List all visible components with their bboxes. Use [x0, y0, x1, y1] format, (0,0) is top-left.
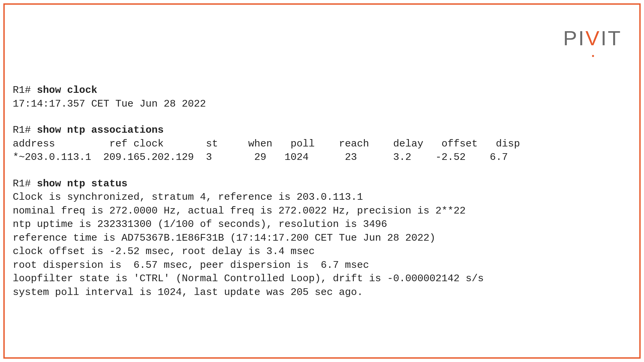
- status-line-3: ntp uptime is 232331300 (1/100 of second…: [13, 218, 631, 231]
- prompt-prefix: R1#: [13, 178, 37, 189]
- terminal-frame: PIVIT R1# show clock 17:14:17.357 CET Tu…: [3, 3, 641, 359]
- status-line-7: loopfilter state is 'CTRL' (Normal Contr…: [13, 272, 631, 286]
- cmd-show-clock: show clock: [37, 84, 97, 96]
- terminal-output: R1# show clock 17:14:17.357 CET Tue Jun …: [13, 83, 631, 299]
- clock-output: 17:14:17.357 CET Tue Jun 28 2022: [13, 97, 631, 111]
- logo-text-v: V: [586, 24, 601, 52]
- status-line-4: reference time is AD75367B.1E86F31B (17:…: [13, 231, 631, 245]
- status-line-1: Clock is synchronized, stratum 4, refere…: [13, 190, 631, 204]
- status-line-8: system poll interval is 1024, last updat…: [13, 286, 631, 299]
- prompt-show-ntp-status: R1# show ntp status: [13, 177, 631, 191]
- pivit-logo: PIVIT: [563, 24, 622, 52]
- cmd-show-ntp-associations: show ntp associations: [37, 124, 164, 136]
- logo-text-it: IT: [601, 26, 622, 50]
- prompt-show-ntp-assoc: R1# show ntp associations: [13, 123, 631, 137]
- assoc-header-row: address ref clock st when poll reach del…: [13, 137, 631, 151]
- status-line-6: root dispersion is 6.57 msec, peer dispe…: [13, 258, 631, 272]
- prompt-prefix: R1#: [13, 84, 37, 96]
- prompt-prefix: R1#: [13, 124, 37, 136]
- prompt-show-clock: R1# show clock: [13, 83, 631, 97]
- status-line-5: clock offset is -2.52 msec, root delay i…: [13, 245, 631, 258]
- logo-text-pi: PI: [563, 26, 586, 50]
- status-line-2: nominal freq is 272.0000 Hz, actual freq…: [13, 204, 631, 218]
- assoc-data-row: *~203.0.113.1 209.165.202.129 3 29 1024 …: [13, 150, 631, 164]
- cmd-show-ntp-status: show ntp status: [37, 178, 127, 189]
